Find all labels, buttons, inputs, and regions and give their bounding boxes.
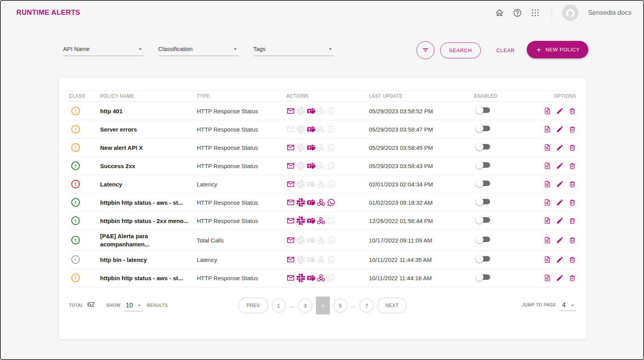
class-status-icon: ! [71,236,80,244]
col-options: OPTIONS [534,93,576,99]
topbar-divider [552,5,552,21]
enabled-toggle[interactable] [476,255,491,263]
chevron-down-icon [232,46,239,53]
class-status-icon: ! [71,107,80,115]
options-cell [534,107,576,115]
edit-policy-button[interactable] [556,162,564,170]
edit-policy-button[interactable] [556,217,564,225]
table-row: ! http bin - latency Latency 10/11/2022 … [69,251,576,269]
enabled-toggle[interactable] [476,216,491,224]
next-page-button[interactable]: NEXT [377,298,407,313]
enabled-toggle[interactable] [476,197,491,206]
help-icon[interactable] [513,8,522,18]
search-button[interactable]: SEARCH [440,42,481,58]
edit-policy-button[interactable] [556,144,564,151]
clear-button[interactable]: CLEAR [492,42,519,58]
actions-cell [286,143,369,152]
edit-policy-button[interactable] [556,198,564,206]
enabled-toggle[interactable] [476,106,491,114]
email-icon [286,125,295,133]
table-row: ! httpbin http status - aws - st... HTTP… [69,269,576,287]
enabled-toggle[interactable] [476,273,491,281]
delete-policy-button[interactable] [568,180,576,188]
delete-policy-button[interactable] [568,198,576,206]
view-policy-button[interactable] [543,107,551,115]
view-policy-button[interactable] [543,217,551,225]
teams-icon [307,255,315,264]
page-button[interactable]: 1 [272,299,286,313]
delete-policy-button[interactable] [568,162,576,170]
whatsapp-icon [327,274,335,282]
view-policy-button[interactable] [543,274,551,282]
slack-icon [296,216,305,225]
advanced-filter-button[interactable] [416,41,434,59]
policy-name: Success 2xx [100,162,197,170]
table-row: ! [P&E] Alerta para acompanhamen... Tota… [69,230,576,251]
last-update: 10/17/2022 09:11:09 AM [369,237,474,244]
teams-icon [307,180,315,188]
apps-grid-icon[interactable] [531,8,540,18]
page-button[interactable]: 5 [333,299,347,313]
policy-name: Server errors [100,125,197,133]
enabled-toggle[interactable] [476,235,491,244]
edit-policy-button[interactable] [556,256,564,263]
edit-policy-button[interactable] [556,274,564,282]
delete-policy-button[interactable] [568,217,576,225]
webhook-icon [317,143,325,152]
view-policy-button[interactable] [543,162,551,170]
filter-tags-select[interactable]: Tags [253,42,334,56]
avatar[interactable] [562,5,579,21]
last-update: 05/29/2023 03:58:43 PM [369,163,474,169]
edit-policy-button[interactable] [556,180,564,188]
policy-type: Total Calls [197,237,286,244]
edit-policy-button[interactable] [556,107,564,115]
teams-icon [307,125,315,133]
last-update: 12/26/2022 01:56:44 PM [369,218,474,224]
page-size-select[interactable]: 10 [124,302,143,311]
view-policy-button[interactable] [543,236,551,244]
page-button-current[interactable]: 4 [316,297,330,314]
show-label: SHOW [106,303,120,307]
view-policy-button[interactable] [543,256,551,263]
edit-policy-button[interactable] [556,125,564,133]
total-label: TOTAL [69,303,83,307]
delete-policy-button[interactable] [568,256,576,263]
delete-policy-button[interactable] [568,144,576,151]
filter-classification-select[interactable]: Classification [158,42,239,56]
page-button[interactable]: 7 [360,299,374,313]
prev-page-button[interactable]: PREV [238,298,268,313]
enabled-toggle[interactable] [476,142,491,151]
delete-policy-button[interactable] [568,274,576,282]
enabled-toggle[interactable] [476,179,491,188]
last-update: 05/29/2023 03:58:47 PM [369,126,474,133]
topbar-actions: Sensedia docs [486,1,632,25]
results-label: RESULTS [147,303,168,307]
col-class: CLASS [69,93,100,99]
view-policy-button[interactable] [543,125,551,133]
delete-policy-button[interactable] [568,236,576,244]
enabled-toggle[interactable] [476,124,491,133]
delete-policy-button[interactable] [568,125,576,133]
home-icon[interactable] [495,8,504,18]
page-button[interactable]: 3 [298,299,312,313]
filter-api-name-select[interactable]: API Name [63,42,144,56]
view-policy-button[interactable] [543,144,551,151]
new-policy-button[interactable]: NEW POLICY [527,41,588,58]
table-row: ! Latency Latency 02/01/2023 02:04:34 PM [69,175,576,193]
filter-icon [421,46,430,55]
filter-bar: API Name Classification Tags [63,42,334,56]
teams-icon [307,236,315,244]
view-policy-button[interactable] [543,180,551,188]
slack-icon [296,180,305,188]
view-policy-button[interactable] [543,198,551,206]
delete-policy-button[interactable] [568,107,576,115]
teams-icon [307,107,315,115]
jump-page-select[interactable]: 4 [561,302,576,311]
col-actions: ACTIONS [286,93,369,99]
webhook-icon [317,236,325,244]
table-row: ! httpbin http status - 2xx meno... HTTP… [69,212,576,230]
enabled-toggle[interactable] [476,161,491,169]
edit-policy-button[interactable] [556,236,564,244]
whatsapp-icon [327,180,335,188]
table-row: ! Success 2xx HTTP Response Status 05/29… [69,157,576,175]
